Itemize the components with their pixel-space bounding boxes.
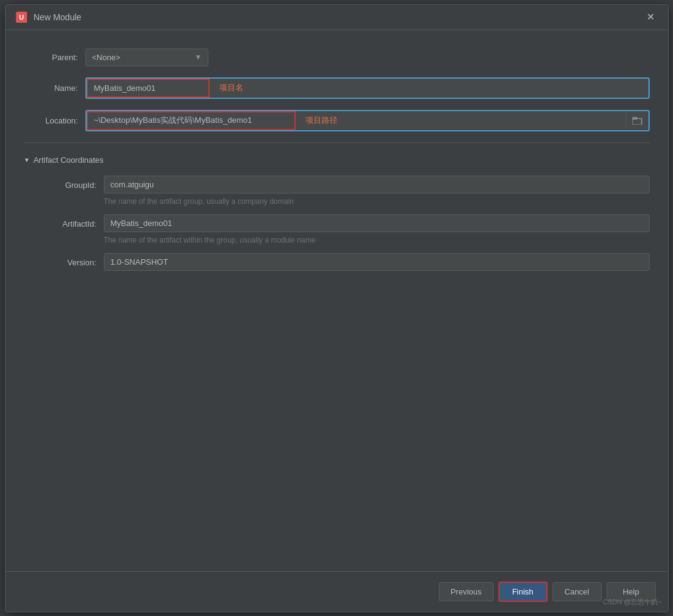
location-input[interactable] (87, 111, 296, 130)
group-id-input[interactable] (104, 176, 650, 193)
browse-button[interactable] (626, 112, 648, 128)
location-row: Location: 项目路径 (24, 110, 650, 131)
app-icon: U (15, 11, 28, 23)
parent-select[interactable]: <None> (85, 49, 208, 66)
name-input[interactable] (87, 79, 210, 98)
artifact-id-input[interactable] (104, 214, 650, 232)
group-id-wrapper: The name of the artifact group, usually … (104, 176, 650, 212)
parent-row: Parent: <None> ▼ (24, 49, 650, 66)
version-input[interactable] (104, 253, 650, 271)
title-bar: U New Module ✕ (6, 5, 668, 30)
version-label: Version: (24, 253, 104, 267)
location-hint-text: 项目路径 (296, 111, 626, 130)
location-field-wrapper: 项目路径 (85, 110, 650, 131)
close-button[interactable]: ✕ (643, 11, 658, 23)
location-input-container: 项目路径 (85, 110, 650, 131)
version-row: Version: (24, 253, 650, 273)
name-hint-text: 项目名 (210, 79, 648, 97)
artifact-section-title: Artifact Coordinates (33, 155, 103, 165)
collapse-toggle[interactable]: ▼ (24, 157, 30, 163)
group-id-hint: The name of the artifact group, usually … (104, 196, 650, 212)
new-module-dialog: U New Module ✕ Parent: <None> ▼ Name: (5, 4, 669, 612)
dialog-footer: Previous Finish Cancel Help (6, 571, 668, 612)
artifact-id-row: ArtifactId: The name of the artifact wit… (24, 214, 650, 251)
artifact-section: GroupId: The name of the artifact group,… (24, 176, 650, 273)
parent-select-wrapper: <None> ▼ (85, 49, 650, 66)
parent-label: Parent: (24, 53, 85, 62)
location-label: Location: (24, 116, 85, 125)
dialog-title: New Module (34, 12, 637, 22)
dialog-content: Parent: <None> ▼ Name: 项目名 (6, 30, 668, 571)
group-id-row: GroupId: The name of the artifact group,… (24, 176, 650, 212)
name-row: Name: 项目名 (24, 77, 650, 99)
section-divider (24, 142, 650, 143)
artifact-id-label: ArtifactId: (24, 214, 104, 228)
artifact-id-hint: The name of the artifact within the grou… (104, 235, 650, 251)
version-wrapper (104, 253, 650, 273)
name-input-container: 项目名 (85, 77, 650, 99)
artifact-id-wrapper: The name of the artifact within the grou… (104, 214, 650, 251)
watermark-text: CSDN @忘思牛奶~ (603, 598, 662, 607)
name-field-wrapper: 项目名 (85, 77, 650, 99)
cancel-button[interactable]: Cancel (553, 582, 602, 601)
svg-text:U: U (19, 14, 24, 21)
finish-button[interactable]: Finish (498, 582, 548, 602)
previous-button[interactable]: Previous (439, 582, 494, 601)
group-id-label: GroupId: (24, 176, 104, 190)
name-label: Name: (24, 84, 85, 93)
artifact-section-header: ▼ Artifact Coordinates (24, 155, 650, 165)
